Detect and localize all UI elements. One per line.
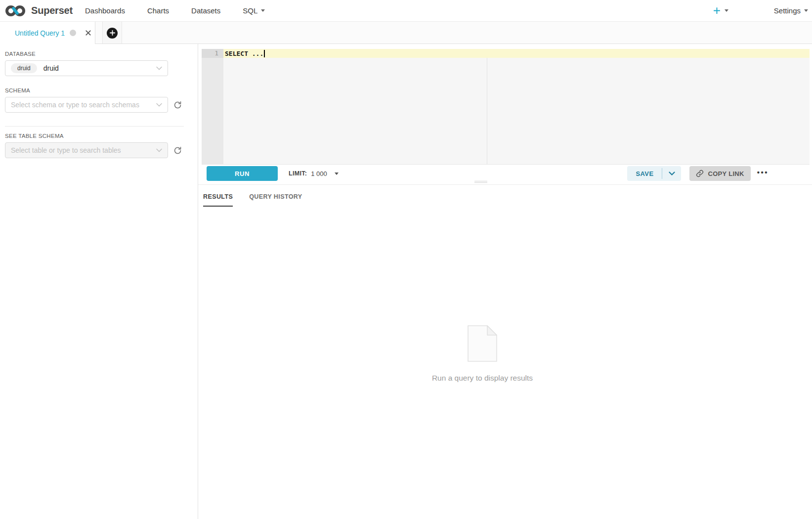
navbar-right: Settings — [713, 6, 809, 15]
print-margin-ruler — [487, 58, 487, 164]
sql-editor[interactable]: 1 SELECT ... — [202, 49, 810, 165]
nav-sql-label: SQL — [243, 6, 257, 15]
tab-results[interactable]: RESULTS — [203, 193, 233, 207]
table-select[interactable]: Select table or type to search tables — [5, 142, 168, 158]
new-item-button[interactable] — [713, 6, 728, 15]
add-tab-button[interactable] — [102, 22, 122, 44]
results-tab-bar: RESULTS QUERY HISTORY — [203, 193, 812, 207]
table-schema-label: SEE TABLE SCHEMA — [5, 133, 184, 139]
database-type-badge: druid — [11, 63, 37, 73]
nav-sql[interactable]: SQL — [243, 6, 265, 15]
refresh-schemas-button[interactable] — [172, 100, 183, 110]
tab-bar-divider — [95, 43, 812, 44]
query-tab-bar: Untitled Query 1 — [0, 22, 812, 44]
schema-placeholder: Select schema or type to search schemas — [11, 101, 139, 109]
limit-dropdown[interactable]: LIMIT: 1 000 — [289, 170, 339, 177]
tab-title: Untitled Query 1 — [15, 29, 65, 37]
empty-state: Run a query to display results — [203, 325, 762, 383]
save-split-button: SAVE — [627, 166, 681, 181]
plus-icon — [713, 6, 721, 15]
more-options-button[interactable]: ••• — [757, 169, 769, 179]
table-placeholder: Select table or type to search tables — [11, 146, 121, 154]
chevron-down-icon — [156, 103, 162, 107]
results-pane: RESULTS QUERY HISTORY Run a query to dis… — [198, 185, 812, 519]
database-select[interactable]: druid druid — [5, 60, 168, 76]
chevron-down-icon — [156, 66, 162, 70]
top-navbar: Superset Dashboards Charts Datasets SQL … — [0, 0, 812, 22]
refresh-icon — [173, 146, 182, 155]
schema-select[interactable]: Select schema or type to search schemas — [5, 97, 168, 113]
settings-label: Settings — [774, 6, 801, 15]
link-icon — [696, 170, 704, 177]
database-label: DATABASE — [5, 51, 184, 57]
caret-down-icon — [725, 9, 728, 12]
caret-down-icon — [804, 9, 808, 12]
superset-logo[interactable]: Superset — [5, 4, 73, 17]
nav-dashboards[interactable]: Dashboards — [85, 6, 125, 15]
caret-down-icon — [261, 9, 265, 12]
limit-label: LIMIT: — [289, 170, 307, 177]
run-query-button[interactable]: RUN — [207, 166, 278, 181]
copy-link-button[interactable]: COPY LINK — [689, 166, 750, 181]
refresh-icon — [173, 101, 182, 109]
sql-toolbar: RUN LIMIT: 1 000 SAVE — [198, 165, 812, 185]
limit-value: 1 000 — [311, 170, 327, 177]
pane-resize-handle[interactable] — [474, 179, 487, 185]
schema-label: SCHEMA — [5, 87, 184, 93]
line-number: 1 — [202, 49, 223, 58]
nav-charts[interactable]: Charts — [147, 6, 169, 15]
text-cursor — [264, 50, 265, 57]
settings-menu[interactable]: Settings — [774, 6, 808, 15]
brand-name: Superset — [31, 5, 73, 16]
sqllab-workspace: 1 SELECT ... RUN LIMIT: 1 000 SAVE — [198, 44, 812, 519]
caret-down-icon — [335, 173, 339, 175]
empty-document-icon — [468, 325, 497, 362]
tab-untitled-query[interactable]: Untitled Query 1 — [0, 22, 95, 44]
sql-code: SELECT ... — [223, 50, 263, 57]
tab-query-history[interactable]: QUERY HISTORY — [249, 193, 302, 207]
refresh-tables-button[interactable] — [172, 145, 183, 156]
sqllab-main: DATABASE druid druid SCHEMA Select schem… — [0, 44, 812, 519]
sidebar-divider — [5, 126, 184, 127]
chevron-down-icon — [156, 148, 162, 152]
close-tab-icon[interactable] — [85, 30, 91, 36]
tab-state-dot — [70, 30, 76, 36]
copy-link-label: COPY LINK — [708, 170, 744, 177]
editor-active-line: SELECT ... — [223, 49, 810, 58]
main-menu: Dashboards Charts Datasets SQL — [85, 6, 265, 15]
superset-infinity-icon — [5, 4, 27, 17]
chevron-down-icon — [669, 172, 675, 176]
nav-datasets[interactable]: Datasets — [191, 6, 220, 15]
save-query-button[interactable]: SAVE — [627, 166, 662, 181]
save-options-button[interactable] — [662, 166, 681, 181]
empty-state-text: Run a query to display results — [432, 374, 533, 383]
sqllab-left-panel: DATABASE druid druid SCHEMA Select schem… — [0, 44, 198, 519]
plus-circle-icon — [107, 28, 118, 39]
editor-gutter: 1 — [202, 49, 223, 164]
database-value: druid — [43, 64, 59, 72]
